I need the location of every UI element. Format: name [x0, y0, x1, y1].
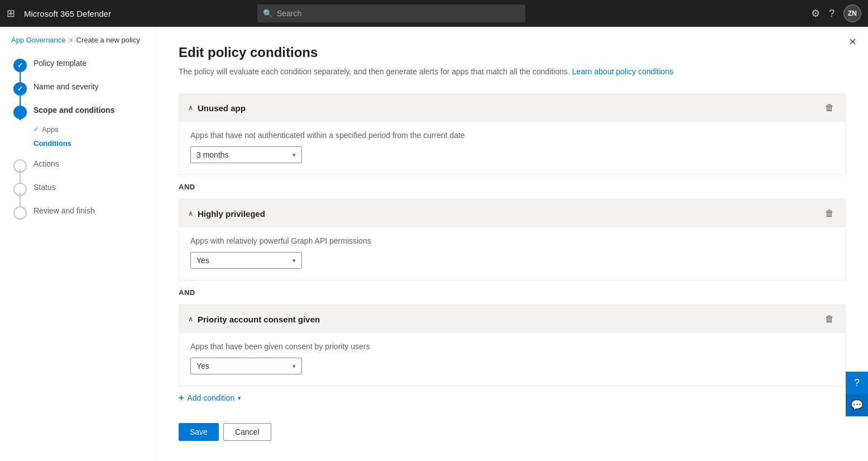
condition-body-3: Apps that have been given consent by pri… — [179, 333, 845, 386]
chevron-up-icon-2: ∧ — [188, 210, 193, 217]
search-bar: 🔍 — [257, 4, 525, 22]
condition-card-highly-privileged: ∧ Highly privileged 🗑 Apps with relative… — [179, 199, 846, 281]
side-buttons: ? 💬 — [846, 372, 868, 416]
chevron-up-icon-3: ∧ — [188, 315, 193, 323]
condition-title-2: Highly privileged — [198, 209, 265, 218]
step-name-severity[interactable]: ✓ Name and severity — [13, 77, 156, 100]
sub-step-apps-label: Apps — [42, 125, 59, 134]
page-description: The policy will evaluate each condition … — [179, 66, 846, 78]
footer-buttons: Save Cancel — [179, 423, 846, 441]
condition-card-priority-consent: ∧ Priority account consent given 🗑 Apps … — [179, 305, 846, 386]
topnav-right: ⚙ ? ZN — [811, 4, 861, 22]
breadcrumb-sep: > — [69, 36, 73, 44]
apps-check-icon: ✓ — [33, 126, 39, 133]
help-float-button[interactable]: ? — [846, 372, 868, 394]
sub-step-apps[interactable]: ✓ Apps — [33, 123, 156, 135]
step-label-3: Scope and conditions — [33, 104, 114, 115]
condition-desc-3: Apps that have been given consent by pri… — [190, 342, 834, 351]
privileged-dropdown-value: Yes — [196, 256, 209, 265]
step-scope-conditions[interactable]: Scope and conditions — [13, 100, 156, 123]
chevron-up-icon-1: ∧ — [188, 104, 193, 112]
delete-condition-3[interactable]: 🗑 — [823, 312, 836, 326]
step-label-2: Name and severity — [33, 81, 99, 91]
settings-icon[interactable]: ⚙ — [811, 7, 820, 20]
search-icon: 🔍 — [263, 9, 272, 18]
step-policy-template[interactable]: ✓ Policy template — [13, 53, 156, 77]
step-list: ✓ Policy template ✓ Name and severity Sc… — [0, 53, 156, 224]
step-review-finish[interactable]: Review and finish — [13, 201, 156, 224]
chat-float-button[interactable]: 💬 — [846, 394, 868, 416]
step-label-6: Review and finish — [33, 205, 95, 215]
step-label-4: Actions — [33, 158, 59, 168]
grid-icon[interactable]: ⊞ — [7, 7, 15, 20]
condition-title-3: Priority account consent given — [198, 315, 320, 324]
condition-body-1: Apps that have not authenticated within … — [179, 122, 845, 174]
condition-header-priority-consent[interactable]: ∧ Priority account consent given 🗑 — [179, 305, 845, 333]
chevron-down-icon-1: ▾ — [292, 151, 296, 159]
user-avatar[interactable]: ZN — [843, 4, 861, 22]
cancel-button[interactable]: Cancel — [223, 423, 271, 441]
condition-title-1: Unused app — [198, 103, 246, 113]
sub-steps: ✓ Apps Conditions — [13, 123, 156, 149]
main-layout: App Governance > Create a new policy ✓ P… — [0, 27, 868, 461]
breadcrumb-parent[interactable]: App Governance — [11, 36, 66, 44]
months-dropdown[interactable]: 3 months ▾ — [190, 146, 302, 163]
step-actions[interactable]: Actions — [13, 154, 156, 177]
condition-desc-1: Apps that have not authenticated within … — [190, 131, 834, 140]
condition-header-highly-privileged[interactable]: ∧ Highly privileged 🗑 — [179, 199, 845, 227]
sub-step-conditions[interactable]: Conditions — [33, 137, 156, 149]
months-dropdown-value: 3 months — [196, 150, 229, 159]
close-button[interactable]: ✕ — [848, 36, 857, 48]
consent-dropdown[interactable]: Yes ▾ — [190, 358, 302, 374]
step-status[interactable]: Status — [13, 177, 156, 201]
breadcrumb: App Governance > Create a new policy — [0, 36, 156, 53]
chevron-down-icon-add: ▾ — [238, 395, 241, 402]
delete-condition-1[interactable]: 🗑 — [823, 101, 836, 115]
chevron-down-icon-2: ▾ — [292, 257, 296, 264]
step-label-1: Policy template — [33, 58, 87, 68]
consent-dropdown-value: Yes — [196, 362, 209, 370]
app-title: Microsoft 365 Defender — [24, 9, 111, 18]
and-divider-2: AND — [179, 281, 846, 305]
add-condition-label: Add condition — [187, 393, 234, 402]
condition-body-2: Apps with relatively powerful Graph API … — [179, 227, 845, 280]
condition-header-unused-app[interactable]: ∧ Unused app 🗑 — [179, 94, 845, 122]
learn-link[interactable]: Learn about policy conditions — [572, 67, 673, 76]
topnav: ⊞ Microsoft 365 Defender 🔍 ⚙ ? ZN — [0, 0, 868, 27]
sub-step-conditions-label: Conditions — [33, 139, 71, 148]
and-divider-1: AND — [179, 175, 846, 199]
breadcrumb-current: Create a new policy — [76, 36, 140, 44]
page-title: Edit policy conditions — [179, 45, 846, 60]
condition-desc-2: Apps with relatively powerful Graph API … — [190, 236, 834, 245]
plus-icon: + — [179, 393, 184, 403]
delete-condition-2[interactable]: 🗑 — [823, 206, 836, 221]
step-circle-3 — [13, 106, 27, 119]
condition-card-unused-app: ∧ Unused app 🗑 Apps that have not authen… — [179, 93, 846, 175]
step-circle-6 — [13, 206, 27, 220]
step-label-5: Status — [33, 182, 56, 192]
chevron-down-icon-3: ▾ — [292, 363, 296, 370]
save-button[interactable]: Save — [179, 423, 219, 441]
add-condition-button[interactable]: + Add condition ▾ — [179, 386, 241, 410]
content-area: ✕ Edit policy conditions The policy will… — [156, 27, 868, 461]
search-input[interactable] — [277, 9, 520, 18]
sidebar: App Governance > Create a new policy ✓ P… — [0, 27, 156, 461]
help-icon[interactable]: ? — [829, 8, 835, 20]
privileged-dropdown[interactable]: Yes ▾ — [190, 252, 302, 269]
